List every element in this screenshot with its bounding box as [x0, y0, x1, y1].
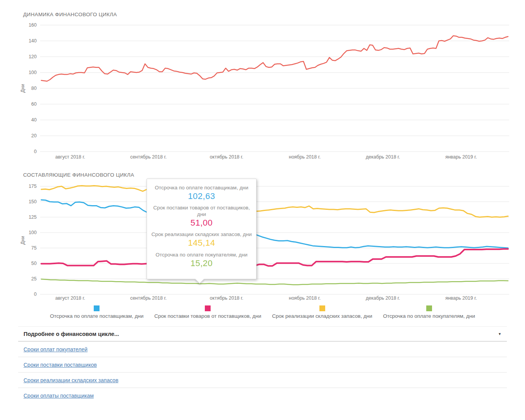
y-tick-label: 150 — [29, 199, 37, 204]
y-tick-label: 40 — [31, 117, 37, 123]
y-tick-label: 175 — [29, 184, 37, 189]
y-tick-label: 60 — [31, 101, 37, 107]
legend-swatch-yellow — [319, 305, 325, 311]
details-header-label: Подробнее о финансовом цикле... — [24, 331, 119, 337]
tooltip-label: Срок поставки товаров от поставщиков, дн… — [151, 205, 252, 218]
y-tick-label: 50 — [31, 261, 37, 266]
x-tick-label: январь 2019 г. — [445, 154, 477, 160]
legend-item-delivery-term-suppliers[interactable]: Срок поставки товаров от поставщиков, дн… — [154, 305, 261, 319]
details-header[interactable]: Подробнее о финансовом цикле... ▼ — [18, 326, 507, 342]
series-line — [41, 36, 508, 81]
link-supplier-payment-terms[interactable]: Сроки оплаты поставщикам — [24, 393, 94, 399]
chart-legend: Отсрочка по оплате поставщикам, дни Срок… — [0, 305, 525, 319]
tooltip-row: Срок поставки товаров от поставщиков, дн… — [151, 205, 252, 228]
x-tick-label: сентябрь 2018 г. — [130, 295, 166, 301]
tooltip-row: Отсрочка по оплате покупателям, дни 15,2… — [151, 252, 252, 268]
y-tick-label: 100 — [29, 230, 37, 235]
list-item: Сроки оплаты поставщикам — [18, 388, 507, 403]
y-axis-title: Дни — [20, 236, 25, 245]
x-tick-label: ноябрь 2018 г. — [289, 295, 321, 301]
tooltip-row: Срок реализации складских запасов, дни 1… — [151, 231, 252, 248]
legend-label: Отсрочка по оплате покупателям, дни — [383, 313, 475, 319]
y-tick-label: 120 — [29, 54, 37, 59]
legend-item-payment-deferral-suppliers[interactable]: Отсрочка по оплате поставщикам, дни — [50, 305, 144, 319]
y-tick-label: 0 — [34, 292, 37, 297]
y-tick-label: 100 — [29, 70, 37, 75]
legend-item-stock-turnover[interactable]: Срок реализации складских запасов, дни — [272, 305, 372, 319]
x-tick-label: январь 2019 г. — [445, 295, 477, 301]
y-tick-label: 75 — [31, 245, 37, 251]
tooltip-value: 51,00 — [151, 218, 252, 228]
y-tick-label: 80 — [31, 86, 37, 91]
x-tick-label: август 2018 г. — [55, 295, 85, 301]
tooltip-value: 15,20 — [151, 258, 252, 268]
legend-label: Отсрочка по оплате поставщикам, дни — [50, 313, 144, 319]
y-tick-label: 125 — [29, 214, 37, 220]
legend-item-payment-deferral-buyers[interactable]: Отсрочка по оплате покупателям, дни — [383, 305, 475, 319]
chart-tooltip: Отсрочка по оплате поставщикам, дни 102,… — [147, 179, 257, 279]
legend-swatch-blue — [94, 305, 100, 311]
tooltip-row: Отсрочка по оплате поставщикам, дни 102,… — [151, 185, 252, 201]
tooltip-value: 145,14 — [151, 238, 252, 248]
link-supplier-delivery-terms[interactable]: Сроки поставки поставщиков — [24, 362, 97, 368]
x-tick-label: декабрь 2018 г. — [366, 154, 400, 160]
list-item: Сроки поставки поставщиков — [18, 357, 507, 373]
financial-cycle-report: 020406080100120140160Дниавгуст 2018 г.се… — [0, 0, 525, 420]
x-tick-label: ноябрь 2018 г. — [289, 154, 321, 160]
y-tick-label: 25 — [31, 276, 37, 282]
list-item: Сроки оплат покупателей — [18, 342, 507, 357]
x-tick-label: октябрь 2018 г. — [210, 295, 243, 301]
chevron-down-icon[interactable]: ▼ — [498, 332, 501, 336]
y-tick-label: 0 — [34, 149, 37, 154]
x-tick-label: сентябрь 2018 г. — [130, 154, 166, 160]
x-tick-label: август 2018 г. — [55, 154, 85, 160]
tooltip-value: 102,63 — [151, 191, 252, 201]
y-tick-label: 20 — [31, 133, 37, 138]
link-stock-realization-terms[interactable]: Сроки реализации складских запасов — [24, 377, 118, 383]
chart1-title: ДИНАМИКА ФИНАНСОВОГО ЦИКЛА — [23, 12, 117, 17]
legend-swatch-green — [426, 305, 432, 311]
chart2-title: СОСТАВЛЯЮЩИЕ ФИНАНСОВОГО ЦИКЛА — [23, 172, 134, 178]
tooltip-label: Отсрочка по оплате поставщикам, дни — [151, 185, 252, 191]
y-tick-label: 140 — [29, 38, 37, 44]
series-line — [41, 200, 508, 248]
tooltip-label: Отсрочка по оплате покупателям, дни — [151, 252, 252, 258]
y-axis-title: Дни — [20, 84, 25, 93]
x-tick-label: октябрь 2018 г. — [210, 154, 243, 160]
details-panel: Подробнее о финансовом цикле... ▼ Сроки … — [18, 326, 507, 403]
tooltip-label: Срок реализации складских запасов, дни — [151, 231, 252, 238]
y-tick-label: 160 — [29, 22, 37, 28]
series-line — [41, 279, 508, 285]
legend-label: Срок реализации складских запасов, дни — [272, 313, 372, 319]
legend-label: Срок поставки товаров от поставщиков, дн… — [154, 313, 261, 319]
x-tick-label: декабрь 2018 г. — [366, 295, 400, 301]
list-item: Сроки реализации складских запасов — [18, 373, 507, 388]
legend-swatch-pink — [205, 305, 211, 311]
series-line — [41, 186, 508, 217]
link-buyer-payment-terms[interactable]: Сроки оплат покупателей — [24, 346, 88, 353]
